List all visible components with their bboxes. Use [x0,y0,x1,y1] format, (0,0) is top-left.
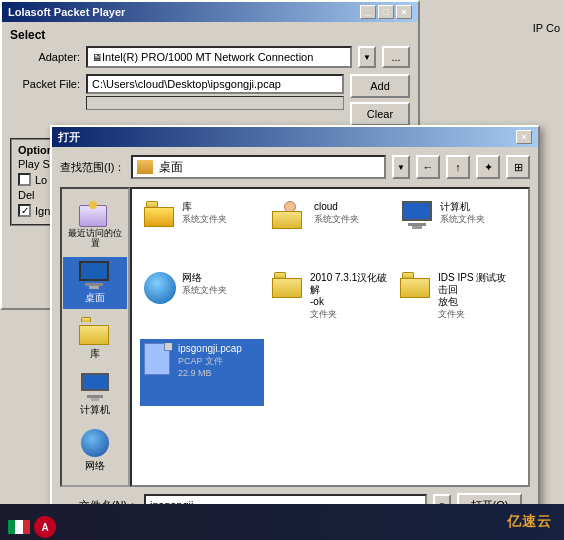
adapter-dropdown-arrow[interactable]: ▼ [358,46,376,68]
packet-file-label: Packet File: [10,74,80,90]
desktop-icon [79,261,111,289]
computer-icon [79,373,111,401]
titlebar-buttons: _ □ × [360,5,412,19]
packet-file-buttons: Add Clear [350,74,410,126]
recent-icon [79,199,111,227]
maximize-button[interactable]: □ [378,5,394,19]
sidebar-item-library[interactable]: 库 [63,313,127,365]
ign-checkbox[interactable]: ✓ [18,204,31,217]
person-folder-icon [272,201,308,229]
file-sub-pcap: PCAP 文件22.9 MB [178,355,242,378]
watermark-text: 亿速云 [507,513,552,531]
dialog-file-grid: 库 系统文件夹 cloud [130,187,530,487]
packet-player-titlebar: Lolasoft Packet Player _ □ × [2,2,418,22]
sidebar-item-network-label: 网络 [85,459,105,473]
select-section-label: Select [10,28,410,42]
dialog-main-area: 最近访问的位置 桌面 库 [60,187,530,487]
sidebar-item-network[interactable]: 网络 [63,425,127,477]
adapter-dropdown-field: 🖥 Intel(R) PRO/1000 MT Network Connectio… [86,46,352,68]
lookin-dropdown-arrow[interactable]: ▼ [392,155,410,179]
monitor-file-icon [400,201,434,229]
flag-area: A [8,516,56,538]
nav-view-button[interactable]: ⊞ [506,155,530,179]
nav-back-button[interactable]: ← [416,155,440,179]
file-item-computer[interactable]: 计算机 系统文件夹 [396,197,520,264]
dialog-close-button[interactable]: × [516,130,532,144]
dialog-sidebar: 最近访问的位置 桌面 库 [60,187,130,487]
file-item-library[interactable]: 库 系统文件夹 [140,197,264,264]
sidebar-item-computer[interactable]: 计算机 [63,369,127,421]
lookin-row: 查找范围(I)： 桌面 ▼ ← ↑ ✦ ⊞ [60,155,530,179]
dialog-title: 打开 [58,130,80,145]
sidebar-item-desktop-label: 桌面 [85,291,105,305]
globe-file-icon [144,272,176,304]
file-name-library: 库 [182,201,227,213]
lookin-value: 桌面 [159,159,183,176]
close-button[interactable]: × [396,5,412,19]
dialog-content: 查找范围(I)： 桌面 ▼ ← ↑ ✦ ⊞ 最近访问的位置 [52,147,538,540]
lo-checkbox[interactable] [18,173,31,186]
nav-up-button[interactable]: ↑ [446,155,470,179]
library-icon [79,317,111,345]
file-name-pcap: ipsgongji.pcap [178,343,242,355]
file-name-network: 网络 [182,272,227,284]
file-name-ids: IDS IPS 测试攻击回放包 [438,272,516,308]
packet-file-area: C:\Users\cloud\Desktop\ipsgongji.pcap [86,74,344,94]
file-item-pcap[interactable]: ipsgongji.pcap PCAP 文件22.9 MB [140,339,264,406]
open-file-dialog: 打开 × 查找范围(I)： 桌面 ▼ ← ↑ ✦ ⊞ [50,125,540,525]
file-name-computer: 计算机 [440,201,485,213]
adapter-value: Intel(R) PRO/1000 MT Network Connection [102,51,313,63]
minimize-button[interactable]: _ [360,5,376,19]
file-name-cloud: cloud [314,201,359,213]
sidebar-item-computer-label: 计算机 [80,403,110,417]
sidebar-item-desktop[interactable]: 桌面 [63,257,127,309]
lookin-folder-icon [137,160,153,174]
folder-icon [144,201,176,227]
packet-file-row: Packet File: C:\Users\cloud\Desktop\ipsg… [10,74,410,126]
sidebar-item-recent-label: 最近访问的位置 [68,229,122,249]
folder-icon-ids [400,272,432,298]
play-speed-label: Play S [18,158,50,170]
red-circle-icon: A [34,516,56,538]
lookin-dropdown[interactable]: 桌面 [131,155,386,179]
adapter-dots-button[interactable]: ... [382,46,410,68]
sidebar-item-library-label: 库 [90,347,100,361]
dialog-titlebar: 打开 × [52,127,538,147]
packet-player-title: Lolasoft Packet Player [8,6,125,18]
file-sub-ids: 文件夹 [438,308,516,321]
folder-icon-2010 [272,272,304,298]
file-sub-library: 系统文件夹 [182,213,227,226]
clear-button[interactable]: Clear [350,102,410,126]
nav-new-button[interactable]: ✦ [476,155,500,179]
file-item-ids[interactable]: IDS IPS 测试攻击回放包 文件夹 [396,268,520,335]
network-icon [81,429,109,457]
file-sub-cloud: 系统文件夹 [314,213,359,226]
sidebar-item-recent[interactable]: 最近访问的位置 [63,195,127,253]
packet-file-value: C:\Users\cloud\Desktop\ipsgongji.pcap [92,78,281,90]
file-item-cloud[interactable]: cloud 系统文件夹 [268,197,392,264]
file-item-2010[interactable]: 2010 7.3.1汉化破解-ok 文件夹 [268,268,392,335]
file-item-network[interactable]: 网络 系统文件夹 [140,268,264,335]
file-name-2010: 2010 7.3.1汉化破解-ok [310,272,388,308]
ip-co-label: IP Co [533,22,560,34]
lo-label: Lo [35,174,47,186]
lookin-label: 查找范围(I)： [60,160,125,175]
italian-flag [8,520,30,534]
del-label: Del [18,189,35,201]
packet-file-scrollbar[interactable] [86,96,344,110]
watermark-bar: A 亿速云 [0,504,564,540]
ign-label: Ign [35,205,50,217]
file-sub-computer: 系统文件夹 [440,213,485,226]
pcap-file-icon [144,343,172,377]
adapter-label: Adapter: [10,51,80,63]
file-sub-2010: 文件夹 [310,308,388,321]
adapter-row: Adapter: 🖥 Intel(R) PRO/1000 MT Network … [10,46,410,68]
file-sub-network: 系统文件夹 [182,284,227,297]
add-button[interactable]: Add [350,74,410,98]
